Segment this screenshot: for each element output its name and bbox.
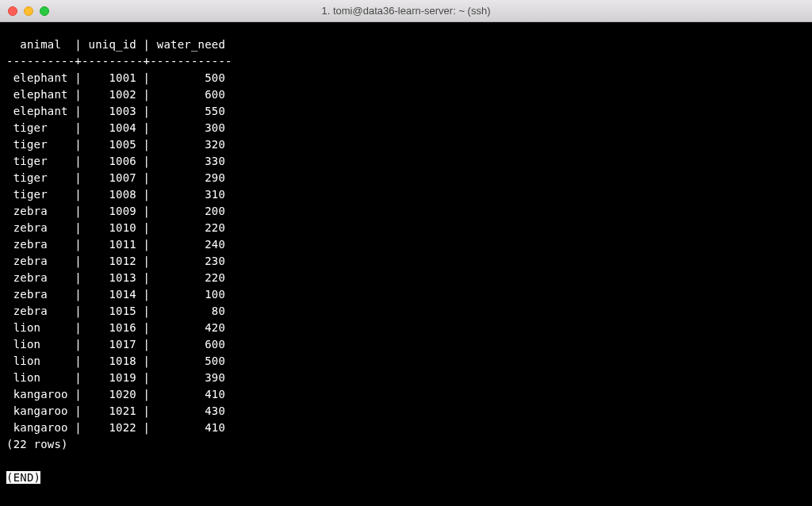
close-button[interactable] [8, 6, 17, 16]
minimize-button[interactable] [24, 6, 33, 16]
titlebar: 1. tomi@data36-learn-server: ~ (ssh) [0, 0, 812, 22]
query-result-table: animal | uniq_id | water_need ----------… [6, 38, 232, 450]
traffic-lights [8, 6, 49, 16]
terminal-output[interactable]: animal | uniq_id | water_need ----------… [0, 22, 812, 493]
window-title: 1. tomi@data36-learn-server: ~ (ssh) [0, 5, 812, 17]
maximize-button[interactable] [40, 6, 49, 16]
pager-end-marker: (END) [6, 471, 40, 484]
